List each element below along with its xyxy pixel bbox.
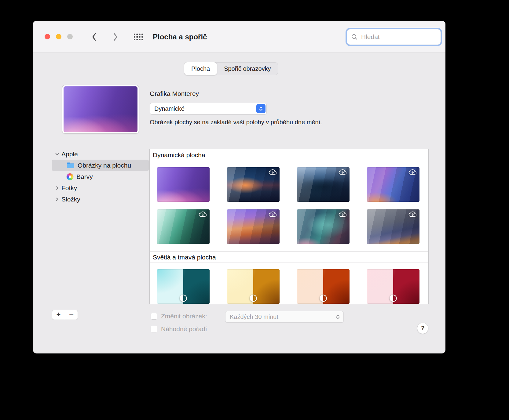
- section-title: Světlá a tmavá plocha: [150, 251, 428, 262]
- wallpaper-panel: Dynamická plocha Světlá a tmavá plocha: [149, 149, 429, 304]
- random-order-checkbox[interactable]: Náhodné pořadí: [151, 325, 207, 333]
- change-picture-label: Změnit obrázek:: [161, 313, 207, 320]
- wallpaper-grid: [150, 161, 428, 251]
- desktop-and-screensaver-window: Plocha a spořič Plocha Spořič obrazovky …: [33, 21, 445, 353]
- back-icon: [92, 33, 97, 41]
- interval-select[interactable]: Každých 30 minut: [225, 311, 344, 323]
- show-all-grid-icon: [134, 34, 143, 40]
- traffic-lights: [45, 34, 73, 39]
- show-all-button[interactable]: [132, 33, 145, 41]
- tab-desktop[interactable]: Plocha: [184, 62, 217, 75]
- chevron-down-icon[interactable]: [55, 152, 59, 156]
- forward-icon: [113, 33, 118, 41]
- zoom-button[interactable]: [67, 34, 73, 39]
- section-title: Dynamická plocha: [150, 149, 428, 161]
- titlebar: Plocha a spořič: [33, 21, 445, 53]
- cloud-download-icon: [338, 211, 347, 218]
- search-field[interactable]: [347, 29, 441, 45]
- window-title: Plocha a spořič: [153, 33, 207, 41]
- sidebar-item-desktop-pictures[interactable]: Obrázky na plochu: [52, 160, 149, 171]
- checkbox-icon[interactable]: [151, 326, 157, 332]
- wallpaper-thumbnail-catalina[interactable]: [297, 167, 350, 202]
- desktop-background: { "window": { "title": "Plocha a spořič"…: [0, 0, 509, 420]
- cloud-download-icon: [408, 211, 417, 218]
- wallpaper-thumbnail-big-sur-road[interactable]: [367, 167, 419, 202]
- sidebar-item-label: Obrázky na plochu: [78, 162, 131, 169]
- stepper-icon: [333, 312, 342, 321]
- sidebar-item-label: Apple: [61, 150, 78, 158]
- remove-folder-button[interactable]: −: [65, 310, 78, 320]
- sidebar-group-photos[interactable]: Fotky: [52, 182, 149, 194]
- section-dynamic-desktop: Dynamická plocha: [150, 149, 428, 251]
- wallpaper-thumbnail-abstract-yellow[interactable]: [227, 269, 280, 304]
- section-light-dark-desktop: Světlá a tmavá plocha: [150, 251, 428, 304]
- cloud-download-icon: [408, 169, 417, 176]
- mode-select[interactable]: Dynamické: [150, 103, 267, 114]
- help-button[interactable]: ?: [417, 323, 428, 334]
- minimize-button[interactable]: [56, 34, 61, 39]
- wallpaper-thumbnail-beach[interactable]: [297, 209, 350, 244]
- tab-bar: Plocha Spořič obrazovky: [184, 62, 278, 75]
- change-picture-checkbox[interactable]: Změnit obrázek:: [151, 313, 207, 320]
- wallpaper-thumbnail-monterey[interactable]: [157, 167, 210, 202]
- light-dark-icon: [318, 293, 328, 303]
- colors-wheel-icon: [67, 173, 73, 180]
- add-folder-button[interactable]: +: [52, 310, 65, 320]
- light-dark-icon: [388, 293, 398, 303]
- search-icon: [351, 34, 358, 40]
- forward-button[interactable]: [109, 32, 122, 42]
- wallpaper-thumbnail-abstract-cyan[interactable]: [157, 269, 210, 304]
- close-button[interactable]: [45, 34, 50, 39]
- interval-select-value: Každých 30 minut: [230, 313, 278, 320]
- search-input[interactable]: [361, 33, 437, 41]
- sidebar-item-label: Fotky: [61, 184, 77, 192]
- wallpaper-thumbnail-canyon[interactable]: [157, 209, 210, 244]
- mode-select-value: Dynamické: [154, 105, 185, 112]
- wallpaper-thumbnail-big-sur-coast[interactable]: [227, 167, 280, 202]
- current-wallpaper-image: [64, 86, 137, 132]
- mode-description: Obrázek plochy se na základě vaší polohy…: [150, 119, 322, 126]
- cloud-download-icon: [268, 211, 277, 218]
- light-dark-icon: [178, 293, 188, 303]
- wallpaper-thumbnail-desert[interactable]: [227, 209, 280, 244]
- current-wallpaper-preview: [62, 85, 139, 134]
- cloud-download-icon: [268, 169, 277, 176]
- random-order-label: Náhodné pořadí: [161, 325, 207, 333]
- sidebar-item-colors[interactable]: Barvy: [52, 171, 149, 182]
- checkbox-icon[interactable]: [151, 313, 157, 320]
- back-button[interactable]: [88, 32, 100, 42]
- wallpaper-name: Grafika Monterey: [150, 90, 199, 97]
- wallpaper-grid: [150, 262, 428, 304]
- add-remove-buttons: + −: [52, 310, 78, 320]
- chevron-right-icon[interactable]: [55, 186, 59, 190]
- wallpaper-thumbnail-abstract-red[interactable]: [367, 269, 419, 304]
- cloud-download-icon: [198, 211, 207, 218]
- chevron-right-icon[interactable]: [55, 197, 59, 201]
- cloud-download-icon: [338, 169, 347, 176]
- wallpaper-thumbnail-abstract-orange[interactable]: [297, 269, 350, 304]
- tab-screensaver[interactable]: Spořič obrazovky: [217, 62, 278, 75]
- sidebar-item-label: Složky: [61, 196, 80, 203]
- sidebar-item-label: Barvy: [76, 173, 93, 180]
- folder-icon: [67, 162, 75, 168]
- stepper-icon: [256, 104, 265, 113]
- source-list: Apple Obrázky na plochu Barvy Fotky: [52, 148, 149, 205]
- light-dark-icon: [248, 293, 258, 303]
- sidebar-group-apple[interactable]: Apple: [52, 148, 149, 160]
- sidebar-group-folders[interactable]: Složky: [52, 194, 149, 205]
- wallpaper-thumbnail-solstice[interactable]: [367, 209, 419, 244]
